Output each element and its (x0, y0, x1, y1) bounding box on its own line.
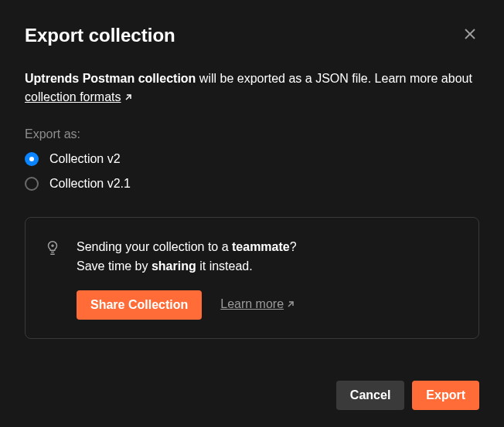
radio-collection-v2-1[interactable]: Collection v2.1 (25, 177, 479, 191)
radio-indicator-unselected-icon (25, 177, 39, 191)
share-collection-button[interactable]: Share Collection (77, 290, 202, 320)
external-link-icon (124, 89, 133, 107)
radio-label: Collection v2.1 (49, 177, 131, 191)
external-link-icon (286, 298, 295, 312)
radio-collection-v2[interactable]: Collection v2 (25, 152, 479, 166)
dialog-title: Export collection (25, 25, 175, 46)
close-button[interactable] (461, 25, 479, 46)
svg-line-2 (126, 95, 131, 100)
svg-line-5 (288, 302, 293, 307)
cancel-button[interactable]: Cancel (336, 381, 404, 410)
radio-indicator-selected-icon (25, 152, 39, 166)
lightbulb-icon (44, 239, 61, 259)
share-info-text: Sending your collection to a teammate? S… (77, 238, 460, 276)
collection-formats-link[interactable]: collection formats (25, 90, 133, 103)
export-format-radio-group: Collection v2 Collection v2.1 (25, 152, 479, 191)
dialog-footer: Cancel Export (336, 381, 479, 410)
radio-label: Collection v2 (49, 152, 121, 166)
export-as-label: Export as: (25, 127, 479, 141)
description-text: will be exported as a JSON file. Learn m… (196, 72, 472, 85)
export-description: Uptrends Postman collection will be expo… (25, 69, 479, 107)
close-icon (464, 28, 476, 42)
export-button[interactable]: Export (412, 381, 479, 410)
collection-name: Uptrends Postman collection (25, 72, 196, 85)
learn-more-link[interactable]: Learn more (220, 297, 295, 312)
share-info-box: Sending your collection to a teammate? S… (25, 217, 479, 339)
